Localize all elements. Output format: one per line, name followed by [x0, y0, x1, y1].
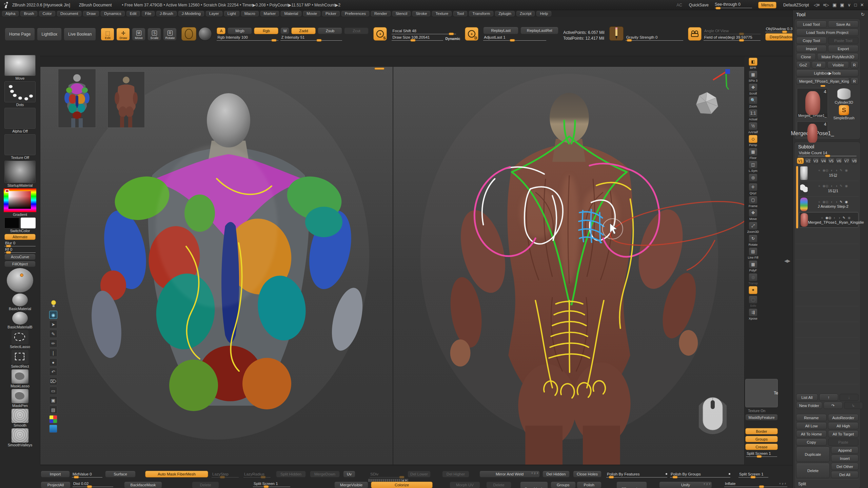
shelf-move[interactable]: ✥Move — [746, 209, 760, 221]
delete-button[interactable]: Delete — [486, 482, 511, 488]
del-higher-button[interactable]: Del Higher — [442, 471, 469, 477]
menu-movie[interactable]: Movie — [303, 11, 320, 16]
mirror-and-weld-button[interactable]: Mirror And Weldx y z — [479, 471, 540, 477]
shelf-aahalf[interactable]: ½AAHalf — [746, 122, 760, 134]
rgb-intensity-slider[interactable]: Rgb Intensity 100 — [217, 35, 278, 41]
clone-button[interactable]: Clone — [796, 53, 816, 60]
zscript-button[interactable]: DefaultZScript — [783, 3, 809, 7]
leftshelf-rf-0[interactable]: Rf 0 — [4, 247, 36, 253]
shade-icon[interactable]: ◐ — [831, 184, 833, 188]
clipboard-icon[interactable]: ▤ — [49, 406, 57, 414]
shelf-transp[interactable]: ◍Transp — [746, 273, 760, 285]
menu-document[interactable]: Document — [57, 11, 81, 16]
knife-icon[interactable]: ❘ — [49, 349, 57, 357]
subtool-tab-v3[interactable]: V3 — [812, 158, 820, 164]
eye-icon[interactable]: ◉ — [49, 311, 57, 319]
pen-icon[interactable]: ✎ — [49, 330, 57, 338]
refresh-icon[interactable]: ↻ — [861, 12, 865, 17]
menu-preferences[interactable]: Preferences — [341, 11, 369, 16]
menu-alpha[interactable]: Alpha — [2, 11, 19, 16]
shelf-frame[interactable]: ▢Frame — [746, 196, 760, 208]
import-button[interactable]: Import — [41, 471, 70, 477]
shelf-rotate[interactable]: ↻Rotate — [746, 235, 760, 246]
menu-light[interactable]: Light — [224, 11, 239, 16]
menu-material[interactable]: Material — [281, 11, 301, 16]
leftshelf-blur-0[interactable]: Blur 0 — [4, 241, 36, 246]
leftshelf-fillobject[interactable]: FillObject — [4, 261, 36, 267]
zremesher-button[interactable]: ZRemesher — [616, 482, 647, 488]
menu-render[interactable]: Render — [371, 11, 391, 16]
crease-button[interactable]: Crease — [745, 444, 778, 450]
shelf-zoom[interactable]: 🔍Zoom — [746, 96, 760, 108]
camera-icon[interactable] — [688, 27, 702, 41]
mask-icon[interactable]: ◑ — [835, 184, 837, 188]
shelf-floor[interactable]: ▦Floor — [746, 148, 760, 160]
menu-help[interactable]: Help — [536, 11, 551, 16]
split-screen-slider[interactable]: Split Screen 1 — [746, 451, 777, 457]
lazystep-slider[interactable]: LazyStep — [212, 472, 239, 477]
goz-visible-button[interactable]: Visible — [827, 61, 849, 68]
palette-icon[interactable] — [49, 415, 57, 423]
move-up-button[interactable]: ↑ — [819, 394, 838, 401]
shelf-polyf[interactable]: ▦PolyF — [746, 260, 760, 272]
shelf-line-fill[interactable]: ▤Line Fill — [746, 247, 760, 259]
menu-stencil[interactable]: Stencil — [392, 11, 411, 16]
close-holes-button[interactable]: Close Holes — [573, 471, 601, 477]
polish-button[interactable]: Polish — [577, 482, 602, 488]
backfacemask-button[interactable]: BackfaceMask — [124, 482, 162, 488]
see-through-slider[interactable]: See-through 0 — [715, 2, 752, 8]
subtool-item-merged-tpose1-ryan-kingslie[interactable]: «◉◎◐◑✎◉Merged_TPose1_Ryan_Kingslie — [799, 212, 859, 228]
mask-by-feature-button[interactable]: MaskByFeature — [745, 414, 778, 421]
tool-preview-size-slider[interactable] — [796, 85, 859, 87]
delete-icon[interactable]: ⌦ — [49, 377, 57, 385]
mask-icon[interactable]: ◑ — [835, 200, 837, 204]
menu-zplugin[interactable]: Zplugin — [495, 11, 515, 16]
folder-icon[interactable]: « — [818, 168, 820, 172]
shelf-actual[interactable]: 1:1Actual — [746, 109, 760, 121]
paint-icon[interactable]: ◉◎ — [823, 184, 828, 188]
groups-button[interactable]: Groups — [745, 436, 778, 442]
eye-icon[interactable]: ◉ — [845, 184, 848, 188]
current-material-sphere[interactable] — [198, 27, 212, 41]
paste-subtool-button[interactable]: Paste — [828, 439, 859, 446]
subtool-tab-v8[interactable]: V8 — [851, 158, 858, 164]
unify-button[interactable]: Unifyx y z — [659, 482, 712, 488]
brush-icon[interactable]: ✎ — [843, 216, 845, 220]
leftshelf-dots[interactable]: Dots — [4, 81, 36, 107]
menu-j-brush[interactable]: J-Brush — [156, 11, 177, 16]
paint-icon[interactable]: ◉◎ — [825, 216, 831, 220]
menu-j-modeling[interactable]: J-Modeling — [178, 11, 204, 16]
menu-macro[interactable]: Macro — [241, 11, 259, 16]
scale-button[interactable]: S Scale — [147, 28, 161, 41]
draw-size-icon[interactable]: +D — [465, 27, 478, 41]
load-tool-button[interactable]: Load Tool — [796, 21, 827, 28]
dock-right-icon[interactable]: ≡▷ — [823, 2, 829, 7]
delete-subtool-button[interactable]: Delete — [796, 463, 830, 478]
paint-icon[interactable]: ◉◎ — [823, 168, 828, 172]
all-low-button[interactable]: All Low — [796, 422, 827, 429]
menu-color[interactable]: Color — [39, 11, 55, 16]
visible-count-slider[interactable]: Visible Count 14 — [798, 151, 856, 156]
all-high-button[interactable]: All High — [828, 422, 859, 429]
leftshelf-smooth[interactable]: Smooth — [12, 409, 28, 427]
subtool-tab-v5[interactable]: V5 — [828, 158, 835, 164]
del-other-button[interactable]: Del Other — [831, 463, 859, 470]
tray-divider-handle[interactable]: ◀▶ — [784, 258, 790, 263]
leftshelf-selectlasso[interactable]: SelectLasso — [10, 330, 30, 349]
copy-tool-button[interactable]: Copy Tool — [796, 37, 827, 44]
leftshelf-maskpen[interactable]: MaskPen — [12, 389, 28, 408]
lightbox-tools-button[interactable]: Lightbox▶Tools — [796, 69, 859, 77]
polish-by-features-slider[interactable]: Polish By Features — [606, 472, 667, 477]
menu-layer[interactable]: Layer — [206, 11, 222, 16]
zsub-button[interactable]: Zsub — [318, 27, 342, 34]
shelf-icon[interactable]: ◎ — [746, 174, 760, 182]
menu-draw[interactable]: Draw — [83, 11, 99, 16]
mergevisible-button[interactable]: MergeVisible — [334, 482, 368, 488]
brush-icon[interactable]: ✎ — [840, 200, 842, 204]
del-all-button[interactable]: Del All — [831, 471, 859, 478]
subtool-tab-v1[interactable]: V1 — [797, 158, 804, 164]
document-canvas[interactable]: ◉➤✎✏❘●↶⌦▭▣▤ — [40, 66, 745, 465]
uv-button[interactable]: Uv — [343, 471, 355, 477]
pencil-icon[interactable]: ✏ — [49, 339, 57, 347]
cursor-icon[interactable]: ➤ — [49, 320, 57, 328]
